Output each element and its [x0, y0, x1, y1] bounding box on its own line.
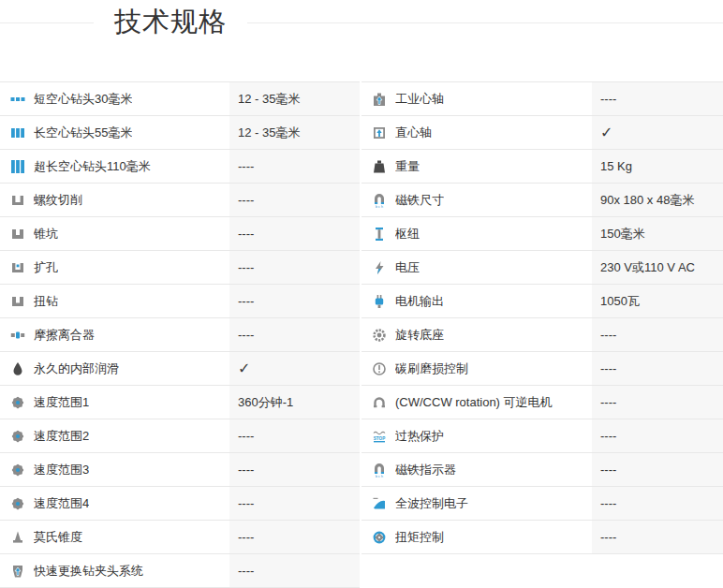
rotating-base-icon: [371, 327, 387, 343]
spec-row: STOP过热保护----: [362, 419, 723, 453]
quick-change-chuck-icon: [9, 563, 25, 579]
spec-value: ✓: [592, 116, 723, 149]
spec-label-cell: 螺纹切削: [0, 184, 229, 216]
spec-value: ----: [229, 318, 360, 351]
spec-row: 速度范围3----: [0, 453, 360, 487]
spec-row: 超长空心钻头110毫米----: [0, 150, 360, 184]
weight-icon: [371, 158, 387, 174]
spec-label-cell: 锥坑: [0, 217, 229, 250]
spec-label: 磁铁指示器: [395, 462, 456, 478]
spec-label-cell: 长空心钻头55毫米: [0, 116, 229, 149]
countersink-icon: [9, 226, 25, 242]
spec-row: b c h磁铁指示器----: [362, 453, 723, 487]
spec-label-cell: 电机输出: [362, 285, 592, 317]
spec-value: ----: [229, 521, 360, 553]
spec-label: 速度范围2: [34, 428, 89, 445]
spec-row: 电机输出1050瓦: [362, 285, 723, 318]
spec-label: 速度范围1: [34, 394, 89, 411]
lubrication-drop-icon: [9, 360, 25, 376]
spec-label-cell: 永久的内部润滑: [0, 352, 229, 385]
spec-label: 电压: [395, 259, 420, 276]
page-title: 技术规格: [94, 0, 247, 44]
spec-row: 短空心钻头30毫米12 - 35毫米: [0, 82, 360, 116]
spec-value: ----: [229, 554, 360, 587]
spec-value: 150毫米: [592, 217, 723, 250]
spec-label-cell: 摩擦离合器: [0, 318, 229, 351]
spec-label: 短空心钻头30毫米: [34, 91, 132, 108]
spec-row: 工业心轴----: [362, 82, 723, 116]
title-section: 技术规格: [0, 0, 723, 81]
voltage-bolt-icon: [371, 259, 387, 275]
spec-label: 扭钻: [34, 293, 58, 310]
spec-value: ----: [229, 419, 360, 452]
spec-label: 旋转底座: [395, 327, 444, 344]
spec-label-cell: 速度范围3: [0, 453, 229, 486]
spec-row: 碳刷磨损控制----: [362, 352, 723, 386]
friction-clutch-icon: [9, 327, 25, 343]
spec-label-cell: 扭钻: [0, 285, 229, 317]
spec-value: ----: [592, 419, 723, 452]
spec-label-cell: 直心轴: [362, 116, 592, 149]
spec-value: ----: [229, 487, 360, 520]
spec-label: 工业心轴: [395, 91, 444, 108]
spec-value: ----: [229, 184, 360, 216]
spec-label: 磁铁尺寸: [395, 192, 444, 209]
spec-row: 全波控制电子----: [362, 487, 723, 521]
overheat-stop-icon: STOP: [371, 428, 387, 444]
spec-label-cell: b c h磁铁指示器: [362, 453, 592, 486]
spec-label-cell: 速度范围4: [0, 487, 229, 520]
spec-row: 快速更换钻夹头系统----: [0, 554, 360, 588]
spec-value: 230 V或110 V AC: [592, 251, 723, 284]
spec-label: 过热保护: [395, 428, 444, 445]
spec-row: 锥坑----: [0, 217, 360, 251]
spec-label-cell: STOP过热保护: [362, 419, 592, 452]
spec-row: 枢纽150毫米: [362, 217, 723, 251]
svg-text:b c h: b c h: [376, 204, 383, 208]
spec-label: 摩擦离合器: [34, 327, 95, 344]
spec-label-cell: 快速更换钻夹头系统: [0, 554, 229, 587]
spec-value: ----: [229, 453, 360, 486]
spec-label: 锥坑: [34, 226, 58, 243]
spec-label: 碳刷磨损控制: [395, 360, 468, 377]
spec-value: ----: [592, 318, 723, 351]
spec-row: 永久的内部润滑✓: [0, 352, 360, 386]
spec-label-cell: 碳刷磨损控制: [362, 352, 592, 385]
spec-row: (CW/CCW rotation) 可逆电机----: [362, 386, 723, 419]
spec-table-left: 短空心钻头30毫米12 - 35毫米长空心钻头55毫米12 - 35毫米超长空心…: [0, 81, 360, 588]
spec-row: 速度范围1360分钟-1: [0, 386, 360, 419]
long-core-drill-icon: [9, 125, 25, 140]
spec-label-cell: b c h磁铁尺寸: [362, 184, 592, 216]
spec-row: 重量15 Kg: [362, 150, 723, 184]
stroke-icon: [371, 226, 387, 242]
spec-row: 速度范围2----: [0, 419, 360, 453]
gear-icon: [9, 462, 25, 478]
spec-label: 重量: [395, 158, 420, 175]
spec-label-cell: 重量: [362, 150, 592, 183]
spec-value: ----: [592, 352, 723, 385]
spec-value: 360分钟-1: [229, 386, 360, 419]
spec-row: 电压230 V或110 V AC: [362, 251, 723, 285]
spec-value: ----: [229, 251, 360, 284]
spec-label: 直心轴: [395, 125, 432, 141]
full-wave-icon: [371, 495, 387, 511]
spec-label: 快速更换钻夹头系统: [34, 563, 143, 580]
magnet-indicator-icon: b c h: [371, 462, 387, 478]
spec-row: 扭矩控制----: [362, 521, 723, 554]
thread-cutting-icon: [9, 192, 25, 208]
spec-label-cell: 旋转底座: [362, 318, 592, 351]
spec-table-right: 工业心轴----直心轴✓重量15 Kgb c h磁铁尺寸90x 180 x 48…: [362, 81, 723, 588]
spec-label-cell: 枢纽: [362, 217, 592, 250]
spec-value: ----: [229, 150, 360, 183]
spec-label: 速度范围4: [34, 495, 89, 512]
brush-wear-alert-icon: [371, 360, 387, 376]
spec-label-cell: 速度范围1: [0, 386, 229, 419]
spec-label-cell: 全波控制电子: [362, 487, 592, 520]
spec-label-cell: 速度范围2: [0, 419, 229, 452]
spec-label: 扩孔: [34, 259, 58, 276]
spec-row: 摩擦离合器----: [0, 318, 360, 352]
spec-label: 枢纽: [395, 226, 420, 243]
spec-value: ----: [592, 487, 723, 520]
spec-row: 螺纹切削----: [0, 184, 360, 217]
spec-label: 电机输出: [395, 293, 444, 310]
spec-row: 莫氏锥度----: [0, 521, 360, 554]
